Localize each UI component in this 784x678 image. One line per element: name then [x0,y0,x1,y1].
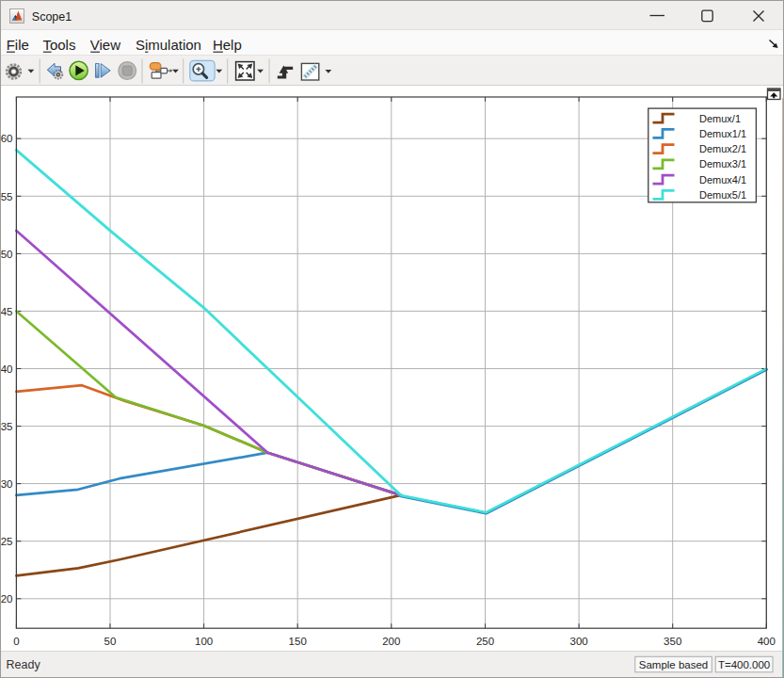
svg-text:View: View [90,37,120,53]
svg-text:Ready: Ready [7,658,41,671]
svg-text:T=400.000: T=400.000 [718,659,770,670]
svg-text:Sample based: Sample based [639,659,709,670]
svg-text:50: 50 [1,249,13,260]
svg-text:Demux2/1: Demux2/1 [699,143,746,154]
svg-text:Scope1: Scope1 [32,10,72,24]
svg-text:55: 55 [1,191,13,202]
svg-text:0: 0 [13,636,19,647]
svg-text:Demux1/1: Demux1/1 [699,128,746,139]
svg-text:Demux3/1: Demux3/1 [699,158,746,170]
svg-text:Demux4/1: Demux4/1 [699,174,746,186]
svg-text:30: 30 [1,478,13,490]
svg-text:35: 35 [1,421,13,432]
svg-text:60: 60 [1,133,13,144]
svg-text:50: 50 [104,636,117,647]
svg-text:350: 350 [664,636,681,647]
svg-text:40: 40 [1,363,13,375]
svg-text:400: 400 [758,636,776,647]
svg-text:Demux5/1: Demux5/1 [699,189,746,201]
svg-text:200: 200 [382,636,400,647]
svg-text:Help: Help [213,37,242,53]
svg-text:250: 250 [476,636,494,647]
svg-text:File: File [7,37,29,53]
svg-text:150: 150 [289,636,307,647]
svg-text:100: 100 [195,636,213,647]
svg-text:Simulation: Simulation [136,37,201,53]
svg-text:45: 45 [1,306,13,317]
svg-text:20: 20 [1,593,13,605]
svg-text:Tools: Tools [42,37,75,53]
svg-text:25: 25 [1,536,13,547]
svg-text:300: 300 [570,636,588,647]
svg-text:Demux/1: Demux/1 [699,113,741,124]
